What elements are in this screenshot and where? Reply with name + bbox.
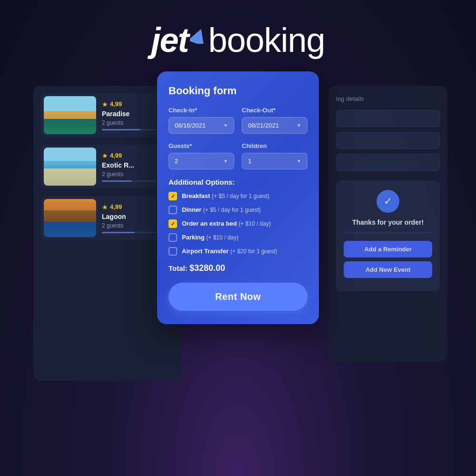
rent-now-button[interactable]: Rent Now xyxy=(169,283,307,311)
guests-value: 2 xyxy=(175,158,178,165)
checkin-group: Check-In* 08/16/2021 ▼ xyxy=(169,107,234,134)
options-label: Additional Options: xyxy=(169,178,307,186)
add-reminder-button[interactable]: Add a Reminder xyxy=(344,241,432,258)
property-bar-1 xyxy=(102,129,157,130)
property-image-2 xyxy=(44,148,96,186)
checkout-value: 08/21/2021 xyxy=(248,122,279,129)
lastname-field[interactable] xyxy=(336,132,440,149)
property-image-1 xyxy=(44,96,96,134)
rating-value-3: 4,99 xyxy=(110,203,122,210)
option-parking: Parking (+ $10 / day) xyxy=(169,233,307,242)
logo-jet-text: jet xyxy=(151,23,188,57)
breakfast-label: Breakfast (+ $5 / day for 1 guest) xyxy=(182,192,269,200)
property-card-2[interactable]: ★ 4,99 Exotic R... 2 guests xyxy=(41,145,173,188)
breakfast-check-icon: ✓ xyxy=(171,193,175,199)
extra-bed-label: Order an extra bed (+ $10 / day) xyxy=(182,220,271,228)
option-airport-transfer: Airport Transfer (+ $20 for 1 guest) xyxy=(169,247,307,256)
guests-select[interactable]: 2 ▼ xyxy=(169,153,234,169)
checkout-chevron-icon: ▼ xyxy=(297,123,301,128)
airport-transfer-label: Airport Transfer (+ $20 for 1 guest) xyxy=(182,248,277,256)
children-select[interactable]: 1 ▼ xyxy=(242,153,307,169)
svg-marker-0 xyxy=(190,29,207,44)
property-bar-fill-3 xyxy=(102,232,135,233)
confirm-divider xyxy=(344,232,432,233)
checkout-select[interactable]: 08/21/2021 ▼ xyxy=(242,117,307,134)
parking-label: Parking (+ $10 / day) xyxy=(182,234,238,242)
add-event-button[interactable]: Add New Event xyxy=(344,261,432,278)
property-bar-3 xyxy=(102,232,157,233)
total-line: Total: $3280.00 xyxy=(169,263,307,273)
star-icon-1: ★ xyxy=(102,100,108,108)
scene-container: ★ 4,99 Paradise 2 guests ★ 4,99 Exotic R… xyxy=(24,67,452,428)
checkin-label: Check-In* xyxy=(169,107,234,114)
guests-label: Guests* xyxy=(169,142,234,149)
airport-transfer-checkbox[interactable] xyxy=(169,247,177,256)
property-card-3[interactable]: ★ 4,99 Lagoon 2 guests xyxy=(41,196,173,240)
checkout-group: Check-Out* 08/21/2021 ▼ xyxy=(242,107,307,134)
confirmation-panel: ✓ Thanks for your order! Add a Reminder … xyxy=(336,180,440,291)
date-row: Check-In* 08/16/2021 ▼ Check-Out* 08/21/… xyxy=(169,107,307,134)
children-group: Children 1 ▼ xyxy=(242,142,307,169)
children-label: Children xyxy=(242,142,307,149)
rating-value-1: 4,99 xyxy=(110,100,122,108)
right-panel-title: ing details xyxy=(336,95,440,102)
firstname-field[interactable] xyxy=(336,110,440,127)
form-title: Booking form xyxy=(169,85,307,97)
booking-form: Booking form Check-In* 08/16/2021 ▼ Chec… xyxy=(157,71,319,324)
extra-bed-checkbox[interactable]: ✓ xyxy=(169,219,177,228)
children-chevron-icon: ▼ xyxy=(297,159,301,164)
property-image-3 xyxy=(44,199,96,237)
extra-bed-check-icon: ✓ xyxy=(171,221,175,227)
property-card-1[interactable]: ★ 4,99 Paradise 2 guests xyxy=(41,93,173,137)
property-bar-2 xyxy=(102,180,157,182)
checkout-label: Check-Out* xyxy=(242,107,307,114)
children-value: 1 xyxy=(248,158,251,165)
parking-checkbox[interactable] xyxy=(169,233,177,242)
property-bar-fill-2 xyxy=(102,180,132,182)
guests-row: Guests* 2 ▼ Children 1 ▼ xyxy=(169,142,307,169)
dinner-checkbox[interactable] xyxy=(169,206,177,214)
option-breakfast: ✓ Breakfast (+ $5 / day for 1 guest) xyxy=(169,192,307,200)
confirm-text: Thanks for your order! xyxy=(344,218,432,226)
checkin-select[interactable]: 08/16/2021 ▼ xyxy=(169,117,234,134)
star-icon-2: ★ xyxy=(102,152,108,159)
dinner-label: Dinner (+ $5 / day for 1 guest) xyxy=(182,206,261,214)
star-icon-3: ★ xyxy=(102,203,108,211)
confirm-check-icon: ✓ xyxy=(377,190,399,213)
logo-triangle-icon xyxy=(190,29,207,44)
guests-chevron-icon: ▼ xyxy=(223,159,228,164)
total-label: Total: xyxy=(169,264,188,272)
phone-field[interactable] xyxy=(336,154,440,171)
checkin-value: 08/16/2021 xyxy=(175,122,206,129)
rating-value-2: 4,99 xyxy=(110,152,122,159)
option-extra-bed: ✓ Order an extra bed (+ $10 / day) xyxy=(169,219,307,228)
total-value: $3280.00 xyxy=(189,263,225,273)
guests-group: Guests* 2 ▼ xyxy=(169,142,234,169)
logo-area: jet booking xyxy=(151,23,325,57)
breakfast-checkbox[interactable]: ✓ xyxy=(169,192,177,200)
right-details-panel: ing details ✓ Thanks for your order! Add… xyxy=(328,86,447,362)
option-dinner: Dinner (+ $5 / day for 1 guest) xyxy=(169,206,307,214)
property-bar-fill-1 xyxy=(102,129,140,130)
logo-booking-text: booking xyxy=(208,23,325,57)
checkin-chevron-icon: ▼ xyxy=(223,123,228,128)
